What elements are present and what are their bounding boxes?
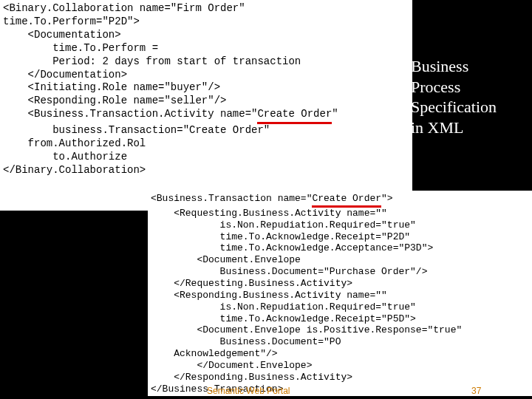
link-create-order-inner: Create Order (312, 193, 381, 208)
code-line: </Documentation> (3, 69, 127, 81)
code-line: Business.Document="Purchase Order"/> (151, 266, 427, 277)
code-line: <Business.Transaction name="Create Order… (151, 193, 393, 204)
code-line: <Binary.Collaboration name="Firm Order" (3, 2, 245, 14)
code-line: Period: 2 days from start of transaction (3, 55, 301, 67)
code-line: <Responding.Business.Activity name="" (151, 290, 387, 301)
code-line: time.To.Acknowledge.Receipt="P2D" (151, 231, 410, 242)
code-line: <Requesting.Business.Activity name="" (151, 208, 387, 219)
code-line: time.To.Perform = (3, 42, 158, 54)
code-line: <Document.Envelope (151, 254, 301, 265)
code-line: Acknowledgement"/> (151, 348, 278, 359)
code-line: <Business.Transaction.Activity name="Cre… (3, 108, 338, 120)
code-line: from.Authorized.Rol (3, 137, 146, 149)
code-line: </Responding.Business.Activity> (151, 372, 352, 383)
code-line: <Documentation> (3, 29, 121, 41)
code-line: <Responding.Role name="seller"/> (3, 95, 226, 106)
xml-binary-collaboration: <Binary.Collaboration name="Firm Order" … (0, 0, 412, 211)
page-number: 37 (471, 386, 481, 396)
xml-business-transaction: <Business.Transaction name="Create Order… (148, 191, 532, 396)
code-line: time.To.Perform="P2D"> (3, 16, 140, 27)
title-line: Process (411, 77, 532, 98)
code-line: </Requesting.Business.Activity> (151, 278, 352, 289)
slide-title: Business Process Specification in XML (411, 56, 532, 137)
code-line: Business.Document="PO (151, 336, 341, 347)
code-line: is.Non.Repudiation.Required="true" (151, 301, 416, 313)
code-line: to.Authorize (3, 151, 127, 163)
code-line: </Document.Envelope> (151, 360, 312, 371)
code-line: time.To.Acknowledge.Receipt="P5D"> (151, 313, 416, 324)
code-line: is.Non.Repudiation.Required="true" (151, 219, 416, 231)
code-line: business.Transaction="Create Order" (3, 124, 270, 136)
code-line: time.To.Acknowledge.Acceptance="P3D"> (151, 242, 433, 253)
title-line: Business (411, 56, 532, 77)
title-line: Specification (411, 97, 532, 117)
code-line: </Binary.Collaboration> (3, 164, 146, 176)
code-line: <Initiating.Role name="buyer"/> (3, 81, 220, 93)
code-line: <Document.Envelope is.Positive.Response=… (151, 324, 462, 335)
link-create-order: Create Order (257, 108, 332, 124)
footer-label: Semantic Web Portal (207, 386, 290, 396)
title-line: in XML (411, 117, 532, 138)
